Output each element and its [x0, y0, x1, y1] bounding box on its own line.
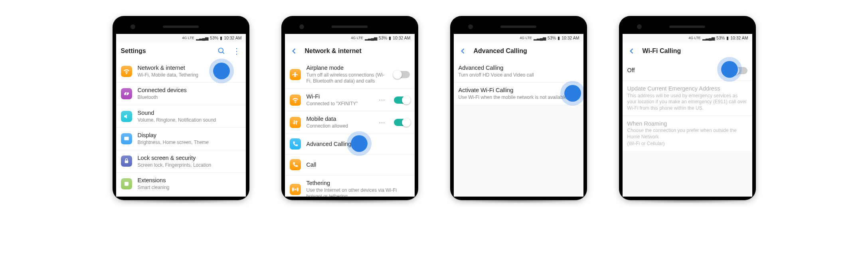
row-wifi-calling-off[interactable]: Off — [623, 60, 752, 81]
row-title: Update Current Emergency Address — [627, 85, 747, 93]
advanced-calling-list: Advanced CallingTurn on/off HD Voice and… — [454, 60, 583, 105]
row-title: Lock screen & security — [138, 154, 241, 162]
phone-frame-1: 4G LTE ▂▃▄▅ 53% ▮ 10:32 AM Settings ⋮ Ne… — [113, 16, 249, 200]
mobiledata-toggle[interactable] — [394, 119, 410, 126]
row-tethering[interactable]: TetheringUse the Internet on other devic… — [285, 175, 415, 197]
signal-icon: ▂▃▄▅ — [196, 35, 208, 40]
phone-bezel — [454, 20, 583, 34]
app-bar: Settings ⋮ — [116, 42, 246, 60]
row-wifi[interactable]: Wi-FiConnected to "XFINITY" ⋯ — [285, 89, 415, 111]
wifi-toggle[interactable] — [394, 96, 410, 104]
network-list: Airplane modeTurn off all wireless conne… — [285, 60, 415, 197]
row-sub2: (Wi-Fi or Cellular) — [627, 141, 747, 147]
row-advanced-calling-setting[interactable]: Advanced CallingTurn on/off HD Voice and… — [454, 60, 583, 83]
phone-bezel — [116, 20, 246, 34]
sound-icon — [121, 111, 132, 122]
airplane-icon — [290, 69, 301, 80]
svg-point-9 — [295, 189, 296, 190]
tap-indicator — [564, 85, 581, 102]
tap-indicator — [351, 135, 368, 152]
row-lock-security[interactable]: Lock screen & securityScreen lock, Finge… — [116, 150, 246, 173]
row-sub: Bluetooth — [138, 95, 241, 101]
advanced-calling-icon — [290, 138, 301, 150]
row-title: Advanced Calling — [459, 64, 579, 72]
app-bar: Wi-Fi Calling — [623, 42, 752, 60]
more-icon[interactable]: ⋯ — [379, 96, 388, 104]
back-icon[interactable] — [459, 47, 467, 55]
extensions-icon — [121, 178, 132, 189]
row-sub: Smart cleaning — [138, 185, 241, 191]
row-airplane-mode[interactable]: Airplane modeTurn off all wireless conne… — [285, 60, 415, 89]
mobile-data-icon — [290, 117, 301, 128]
phone-frame-4: 4G LTE ▂▃▄▅ 53% ▮ 10:32 AM Wi-Fi Calling… — [619, 16, 756, 200]
row-connected-devices[interactable]: Connected devicesBluetooth — [116, 83, 246, 105]
row-emergency-address: Update Current Emergency AddressThis add… — [623, 81, 752, 116]
more-icon[interactable]: ⋯ — [379, 119, 388, 126]
row-sub: Connected to "XFINITY" — [306, 101, 373, 107]
status-bar: 4G LTE ▂▃▄▅ 53% ▮ 10:32 AM — [623, 34, 752, 42]
svg-point-0 — [218, 48, 223, 53]
airplane-toggle[interactable] — [394, 71, 410, 78]
page-title: Advanced Calling — [474, 47, 579, 55]
back-icon[interactable] — [290, 47, 299, 55]
row-when-roaming: When RoamingChoose the connection you pr… — [623, 116, 752, 151]
row-mobile-data[interactable]: Mobile dataConnection allowed ⋯ — [285, 111, 415, 134]
row-sub: Use Wi-Fi when the mobile network is not… — [459, 95, 579, 101]
clock: 10:32 AM — [224, 35, 241, 40]
back-icon[interactable] — [627, 47, 636, 55]
link-icon — [121, 88, 132, 99]
row-advanced-calling[interactable]: Advanced Calling — [285, 134, 415, 155]
status-bar: 4G LTE ▂▃▄▅ 53% ▮ 10:32 AM — [116, 34, 246, 42]
row-title: Wi-Fi — [306, 93, 373, 100]
row-sub: Use the Internet on other devices via Wi… — [306, 187, 410, 197]
row-sub: Connection allowed — [306, 123, 373, 130]
row-apps-notifications[interactable]: Apps & notifications — [116, 195, 246, 197]
svg-rect-4 — [125, 182, 128, 185]
battery-pct: 53% — [210, 35, 218, 40]
app-bar: Network & internet — [285, 42, 415, 60]
wifi-calling-list: Off Update Current Emergency AddressThis… — [623, 60, 752, 151]
app-bar: Advanced Calling — [454, 42, 583, 60]
row-title: Display — [138, 132, 241, 139]
row-sound[interactable]: SoundVolume, Ringtone, Notification soun… — [116, 105, 246, 128]
row-network-internet[interactable]: Network & internetWi-Fi, Mobile data, Te… — [116, 60, 246, 83]
row-title: Mobile data — [306, 115, 373, 123]
row-sub: Choose the connection you prefer when ou… — [627, 128, 747, 140]
row-activate-wifi-calling[interactable]: Activate Wi-Fi CallingUse Wi-Fi when the… — [454, 83, 583, 105]
phone-bezel — [623, 20, 752, 34]
row-sub: Volume, Ringtone, Notification sound — [138, 117, 241, 124]
tethering-icon — [290, 184, 301, 195]
row-display[interactable]: DisplayBrightness, Home screen, Theme — [116, 128, 246, 150]
row-call[interactable]: Call — [285, 155, 415, 175]
row-extensions[interactable]: ExtensionsSmart cleaning — [116, 173, 246, 195]
row-title: Off — [627, 67, 726, 74]
svg-rect-2 — [124, 137, 129, 140]
row-sub: Turn on/off HD Voice and Video call — [459, 72, 579, 79]
wifi-icon — [290, 95, 301, 106]
phone-frame-2: 4G LTE ▂▃▄▅ 53% ▮ 10:32 AM Network & int… — [281, 16, 418, 200]
overflow-menu-icon[interactable]: ⋮ — [232, 47, 241, 55]
row-sub: Turn off all wireless connections (Wi-Fi… — [306, 72, 388, 85]
call-icon — [290, 159, 301, 170]
tap-indicator — [213, 63, 230, 79]
wifi-icon — [121, 66, 132, 77]
status-bar: 4G LTE ▂▃▄▅ 53% ▮ 10:32 AM — [454, 34, 583, 42]
row-title: Extensions — [138, 177, 241, 184]
row-sub: Brightness, Home screen, Theme — [138, 140, 241, 146]
page-title: Settings — [121, 47, 211, 55]
carrier-label: 4G LTE — [182, 36, 194, 40]
row-title: When Roaming — [627, 120, 747, 128]
svg-rect-3 — [125, 161, 128, 163]
status-bar: 4G LTE ▂▃▄▅ 53% ▮ 10:32 AM — [285, 34, 415, 42]
phone-bezel — [285, 20, 415, 34]
row-title: Connected devices — [138, 87, 241, 94]
phone-frame-3: 4G LTE ▂▃▄▅ 53% ▮ 10:32 AM Advanced Call… — [450, 16, 587, 200]
search-icon[interactable] — [217, 47, 226, 55]
lock-icon — [121, 156, 132, 167]
page-title: Wi-Fi Calling — [643, 47, 747, 55]
page-title: Network & internet — [305, 47, 410, 55]
row-title: Activate Wi-Fi Calling — [459, 87, 579, 94]
row-sub: Screen lock, Fingerprints, Location — [138, 162, 241, 169]
tap-indicator — [721, 61, 738, 78]
row-title: Sound — [138, 109, 241, 117]
